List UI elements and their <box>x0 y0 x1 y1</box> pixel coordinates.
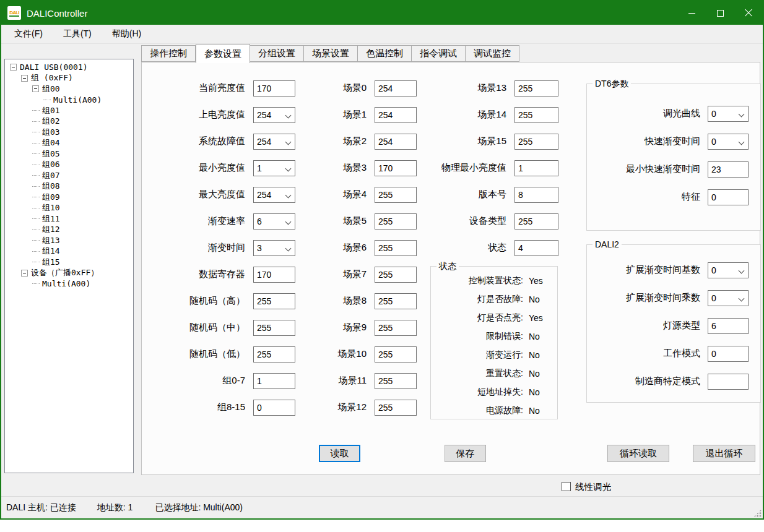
field-input[interactable]: 255 <box>253 293 295 309</box>
tree-item[interactable]: 组01 <box>5 105 133 116</box>
tab[interactable]: 分组设置 <box>250 45 304 62</box>
tree-item[interactable]: 设备（广播0xFF） <box>5 268 133 279</box>
field-input[interactable]: 1 <box>253 373 295 389</box>
tree-item[interactable]: 组00 <box>5 84 133 95</box>
tree-collapse-icon[interactable] <box>21 270 28 277</box>
field-input[interactable]: 0 <box>708 189 749 205</box>
field-input[interactable]: 254 <box>375 134 417 150</box>
field-input[interactable]: 255 <box>514 80 558 97</box>
field-input[interactable]: 254 <box>253 187 295 203</box>
field-input[interactable]: 255 <box>375 320 417 336</box>
field-input[interactable]: 0 <box>708 262 749 278</box>
field-input[interactable]: 255 <box>375 213 417 230</box>
menu-item[interactable]: 工具(T) <box>55 26 100 42</box>
tab[interactable]: 调试监控 <box>466 45 519 62</box>
linear-dimming-checkbox[interactable] <box>562 482 571 491</box>
loop-read-button[interactable]: 循环读取 <box>607 445 669 462</box>
field-input[interactable]: 6 <box>253 213 295 230</box>
tree-item[interactable]: 组03 <box>5 127 133 138</box>
tree-item[interactable]: Multi(A00) <box>5 95 133 106</box>
field-input[interactable]: 4 <box>514 240 558 256</box>
field-input[interactable]: 255 <box>375 240 417 256</box>
tree-item-label: Multi(A00) <box>53 95 102 105</box>
field-input[interactable]: 0 <box>708 290 749 306</box>
tree-item[interactable]: 组11 <box>5 213 133 225</box>
tree-item[interactable]: 组13 <box>5 235 133 246</box>
tree-item[interactable]: 组05 <box>5 148 133 160</box>
tab[interactable]: 操作控制 <box>141 45 196 62</box>
field-input[interactable]: 8 <box>514 187 558 203</box>
tree-collapse-icon[interactable] <box>10 64 17 71</box>
tab[interactable]: 场景设置 <box>304 45 358 62</box>
field-input[interactable]: 255 <box>375 187 417 203</box>
field-input[interactable]: 3 <box>253 240 295 256</box>
field-row: 场景6 255 <box>316 234 417 261</box>
field-row: 渐变时间 3 <box>170 234 295 261</box>
field-label: 渐变时间 <box>170 242 253 254</box>
tab[interactable]: 色温控制 <box>358 45 412 62</box>
tree-connector <box>32 283 40 284</box>
field-input[interactable]: 255 <box>375 373 417 389</box>
field-input[interactable]: 255 <box>375 400 417 416</box>
resize-grip[interactable] <box>753 509 762 517</box>
field-input[interactable]: 23 <box>708 161 749 178</box>
menu-item[interactable]: 文件(F) <box>6 26 51 42</box>
tree-item[interactable]: 组14 <box>5 246 133 257</box>
field-input[interactable]: 255 <box>514 213 558 230</box>
field-input[interactable]: 0 <box>708 106 749 122</box>
tree-item[interactable]: 组12 <box>5 225 133 236</box>
field-input[interactable]: 255 <box>514 107 558 123</box>
field-input[interactable]: 0 <box>708 134 749 150</box>
read-button[interactable]: 读取 <box>319 445 360 462</box>
field-input[interactable]: 254 <box>375 107 417 123</box>
tree-item[interactable]: 组02 <box>5 116 133 127</box>
field-input[interactable]: 170 <box>253 80 295 97</box>
exit-loop-button[interactable]: 退出循环 <box>693 445 755 462</box>
tree-collapse-icon[interactable] <box>21 75 28 82</box>
field-row: 场景4 255 <box>316 181 417 208</box>
field-value: 254 <box>257 110 271 120</box>
window-controls <box>677 1 763 25</box>
tab[interactable]: 指令调试 <box>412 45 466 62</box>
field-input[interactable]: 255 <box>514 134 558 150</box>
field-input[interactable]: 255 <box>253 346 295 363</box>
field-input[interactable]: 0 <box>253 400 295 416</box>
tree-item[interactable]: 组15 <box>5 257 133 268</box>
field-input[interactable]: 6 <box>708 318 749 334</box>
field-input[interactable]: 170 <box>375 160 417 176</box>
menu-item[interactable]: 帮助(H) <box>104 26 149 42</box>
field-input[interactable]: 254 <box>253 107 295 123</box>
tree-item[interactable]: 组09 <box>5 192 133 203</box>
tree-collapse-icon[interactable] <box>32 85 39 92</box>
field-row: 随机码（中） 255 <box>170 314 295 341</box>
status-row: 重置状态: No <box>431 364 557 383</box>
chevron-down-icon <box>285 139 292 145</box>
tree-item[interactable]: 组10 <box>5 203 133 214</box>
field-input[interactable]: 254 <box>375 80 417 97</box>
tree-item[interactable]: 组06 <box>5 160 133 171</box>
field-input[interactable]: 255 <box>253 320 295 336</box>
field-input[interactable]: 255 <box>375 293 417 309</box>
field-input[interactable]: 0 <box>708 346 749 362</box>
field-input[interactable]: 254 <box>253 134 295 150</box>
field-input[interactable]: 255 <box>375 267 417 283</box>
tree-connector <box>32 175 40 176</box>
minimize-button[interactable] <box>677 1 706 25</box>
field-input[interactable]: 1 <box>514 160 558 176</box>
tree-item[interactable]: 组04 <box>5 138 133 149</box>
tree-item[interactable]: DALI USB(0001) <box>5 62 133 73</box>
maximize-button[interactable] <box>706 1 734 25</box>
menu-bar: 文件(F)工具(T)帮助(H) <box>1 25 763 44</box>
field-label: 状态 <box>430 242 514 254</box>
tree-item[interactable]: 组08 <box>5 181 133 192</box>
tree-item[interactable]: Multi(A00) <box>5 278 133 290</box>
save-button[interactable]: 保存 <box>445 445 486 462</box>
tree-item[interactable]: 组07 <box>5 170 133 181</box>
field-input[interactable]: 255 <box>375 346 417 363</box>
field-input[interactable] <box>708 374 749 390</box>
field-input[interactable]: 170 <box>253 267 295 283</box>
tree-item[interactable]: 组 (0xFF) <box>5 73 133 84</box>
close-button[interactable] <box>734 1 763 25</box>
field-input[interactable]: 1 <box>253 160 295 176</box>
tab[interactable]: 参数设置 <box>196 44 250 63</box>
